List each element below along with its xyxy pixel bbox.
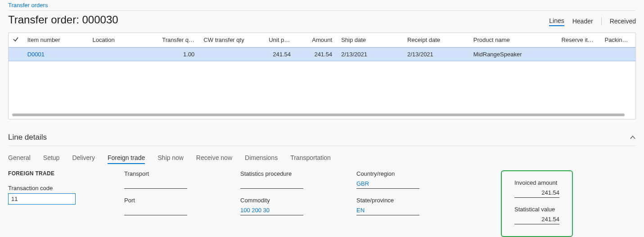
tab-transportation[interactable]: Transportation — [290, 152, 331, 164]
grid: Item number Location Transfer quantity C… — [8, 32, 636, 119]
cell-item[interactable]: D0001 — [23, 48, 88, 61]
label-transaction-code: Transaction code — [8, 185, 112, 191]
label-transport: Transport — [124, 170, 228, 177]
tab-delivery[interactable]: Delivery — [72, 152, 95, 164]
tab-header[interactable]: Header — [572, 17, 593, 26]
cell-amount: 241.54 — [295, 48, 337, 61]
highlight-amounts: Invoiced amount 241.54 Statistical value… — [501, 170, 573, 237]
cell-shipdate: 2/13/2021 — [337, 48, 403, 61]
page-title: Transfer order: 000030 — [8, 14, 118, 26]
country-input[interactable] — [356, 179, 419, 189]
cell-qty: 1.00 — [158, 48, 199, 61]
label-state: State/province — [356, 197, 437, 204]
tab-received[interactable]: Received — [610, 17, 636, 26]
check-icon — [13, 36, 19, 44]
commodity-input[interactable] — [240, 205, 303, 215]
cell-location — [88, 51, 158, 58]
label-commodity: Commodity — [240, 197, 344, 204]
line-details-title: Line details — [8, 133, 47, 142]
detail-tabs: General Setup Delivery Foreign trade Shi… — [8, 146, 636, 167]
col-qty[interactable]: Transfer quantity — [158, 33, 199, 46]
col-unitprice[interactable]: Unit price — [264, 33, 295, 46]
header-tabs: Lines Header Received — [549, 16, 636, 26]
grid-header: Item number Location Transfer quantity C… — [9, 33, 635, 47]
col-item[interactable]: Item number — [23, 33, 88, 46]
chevron-up-icon — [630, 134, 636, 141]
statistics-procedure-input[interactable] — [240, 179, 303, 189]
tab-lines[interactable]: Lines — [549, 16, 564, 26]
tab-foreign-trade[interactable]: Foreign trade — [108, 152, 145, 164]
tab-ship-now[interactable]: Ship now — [158, 152, 184, 164]
divider — [601, 17, 602, 25]
cell-reserve — [557, 51, 600, 58]
horizontal-scrollbar[interactable] — [12, 114, 625, 116]
value-statistical-value: 241.54 — [514, 214, 559, 224]
col-packing[interactable]: Packing qu — [600, 33, 635, 46]
value-invoiced-amount: 241.54 — [514, 188, 559, 198]
label-statistics-procedure: Statistics procedure — [240, 170, 344, 177]
cell-receiptdate: 2/13/2021 — [403, 48, 469, 61]
line-details-header[interactable]: Line details — [8, 129, 636, 146]
col-amount[interactable]: Amount — [295, 33, 337, 46]
row-select[interactable] — [9, 51, 23, 58]
label-invoiced-amount: Invoiced amount — [514, 179, 557, 186]
label-port: Port — [124, 197, 228, 204]
group-title: FOREIGN TRADE — [8, 170, 112, 177]
col-location[interactable]: Location — [88, 33, 158, 46]
label-country: Country/region — [356, 170, 437, 177]
port-input[interactable] — [124, 205, 187, 215]
col-productname[interactable]: Product name — [469, 33, 557, 46]
grid-empty — [9, 61, 635, 112]
col-cwqty[interactable]: CW transfer qty — [199, 33, 264, 46]
cell-unitprice: 241.54 — [264, 48, 295, 61]
cell-productname: MidRangeSpeaker — [469, 48, 557, 61]
table-row[interactable]: D0001 1.00 241.54 241.54 2/13/2021 2/13/… — [9, 47, 635, 61]
transport-input[interactable] — [124, 179, 187, 189]
col-receiptdate[interactable]: Receipt date — [403, 33, 469, 46]
label-statistical-value: Statistical value — [514, 206, 555, 213]
col-shipdate[interactable]: Ship date — [337, 33, 403, 46]
tab-receive-now[interactable]: Receive now — [196, 152, 232, 164]
cell-packing — [600, 51, 635, 58]
col-reserve[interactable]: Reserve items a... — [557, 33, 600, 46]
foreign-trade-panel: FOREIGN TRADE Transaction code Transport… — [8, 167, 636, 237]
tab-setup[interactable]: Setup — [43, 152, 60, 164]
breadcrumb[interactable]: Transfer orders — [8, 2, 48, 9]
col-select[interactable] — [9, 33, 23, 47]
state-input[interactable] — [356, 205, 419, 215]
transaction-code-input[interactable] — [8, 193, 76, 205]
tab-general[interactable]: General — [8, 152, 31, 164]
tab-dimensions[interactable]: Dimensions — [245, 152, 278, 164]
cell-cwqty — [199, 51, 264, 58]
